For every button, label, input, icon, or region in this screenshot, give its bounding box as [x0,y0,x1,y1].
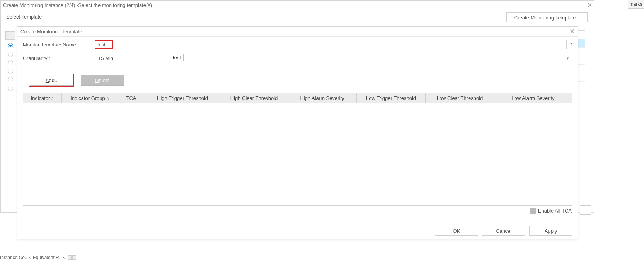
indicator-grid: Indicator ∧ Indicator Group ∧ TCA High T… [23,93,572,206]
col-low-clear[interactable]: Low Clear Threshold [426,93,494,103]
sort-asc-icon: ∧ [106,96,109,100]
delete-button[interactable]: Delete [81,75,124,86]
tooltip: test [170,54,184,61]
apply-button[interactable]: Apply [529,226,572,236]
sort-asc-icon: ∧ [62,256,65,260]
close-icon[interactable]: ✕ [585,1,594,10]
radio-option[interactable] [8,43,13,48]
enable-all-tca[interactable]: Enable All TCA [17,206,578,214]
bottom-col-equivalent-r[interactable]: Equivalent R.. ∧ [33,255,65,260]
granularity-label: Granularity : [23,55,95,61]
delete-button-label: Delete [95,77,110,83]
col-high-severity[interactable]: High Alarm Severity [288,93,357,103]
cancel-button[interactable]: Cancel [482,226,525,236]
granularity-value: 15 Min [98,55,113,61]
bottom-col-label: Instance Co.. [0,255,27,260]
col-indicator-group[interactable]: Indicator Group ∧ [62,93,118,103]
create-template-label: Create Monitoring Template... [514,15,580,21]
template-radio-column [5,31,15,91]
sort-asc-icon: ∧ [28,256,31,260]
select-template-label: Select Template [6,14,588,20]
add-button[interactable]: Add.. [30,75,73,86]
radio-header [5,31,15,40]
checkbox[interactable] [530,208,536,214]
bottom-column-strip: Instance Co.. ∧ Equivalent R.. ∧ [0,254,76,261]
wizard-titlebar: Create Monitoring Instance (2/4) -Select… [1,1,594,10]
grip-icon [68,255,72,260]
tooltip-text: test [173,55,181,60]
apply-label: Apply [545,228,557,234]
bottom-col-label: Equivalent R.. [33,255,62,260]
radio-option[interactable] [8,86,13,91]
col-high-clear[interactable]: High Clear Threshold [220,93,288,103]
wizard-title-text: Create Monitoring Instance (2/4) -Select… [3,1,152,10]
underlying-button-fragment[interactable] [580,205,591,215]
form-row-granularity: Granularity : 15 Min ▾ test [17,50,578,64]
form-row-name: Monitor Template Name : * [17,37,578,50]
ok-label: OK [453,228,460,234]
name-label: Monitor Template Name : [23,42,95,48]
cancel-label: Cancel [496,228,511,234]
dialog-title-text: Create Monitoring Template... [20,27,86,37]
radio-option[interactable] [8,77,13,82]
tab-remnant-label: marks [630,2,642,7]
col-indicator[interactable]: Indicator ∧ [23,93,62,103]
template-name-input[interactable] [95,40,567,49]
radio-option[interactable] [8,60,13,65]
tab-remnant[interactable]: marks [628,0,644,9]
col-low-severity[interactable]: Low Alarm Severity [494,93,572,103]
enable-all-label: Enable All TCA [538,208,572,214]
col-high-trigger[interactable]: High Trigger Threshold [145,93,220,103]
create-monitoring-template-button[interactable]: Create Monitoring Template... [506,12,588,22]
radio-option[interactable] [8,69,13,74]
grid-header: Indicator ∧ Indicator Group ∧ TCA High T… [23,93,572,103]
grip-icon [72,255,76,260]
create-monitoring-template-dialog: Create Monitoring Template... ✕ Monitor … [17,26,578,239]
bottom-col-instance-code[interactable]: Instance Co.. ∧ [0,255,31,260]
button-row: Add.. Delete [17,64,578,89]
ok-button[interactable]: OK [435,226,478,236]
sort-asc-icon: ∧ [51,96,54,100]
close-icon[interactable]: ✕ [569,28,575,35]
dialog-footer: OK Cancel Apply [435,226,572,236]
radio-option[interactable] [8,52,13,57]
chevron-down-icon: ▾ [567,56,569,61]
grid-body [23,103,572,206]
granularity-dropdown[interactable]: 15 Min ▾ test [95,53,572,63]
add-button-label: Add.. [46,77,57,83]
col-low-trigger[interactable]: Low Trigger Threshold [357,93,426,103]
dialog-titlebar: Create Monitoring Template... ✕ [17,27,578,37]
col-tca[interactable]: TCA [118,93,145,103]
required-mark: * [571,41,572,48]
